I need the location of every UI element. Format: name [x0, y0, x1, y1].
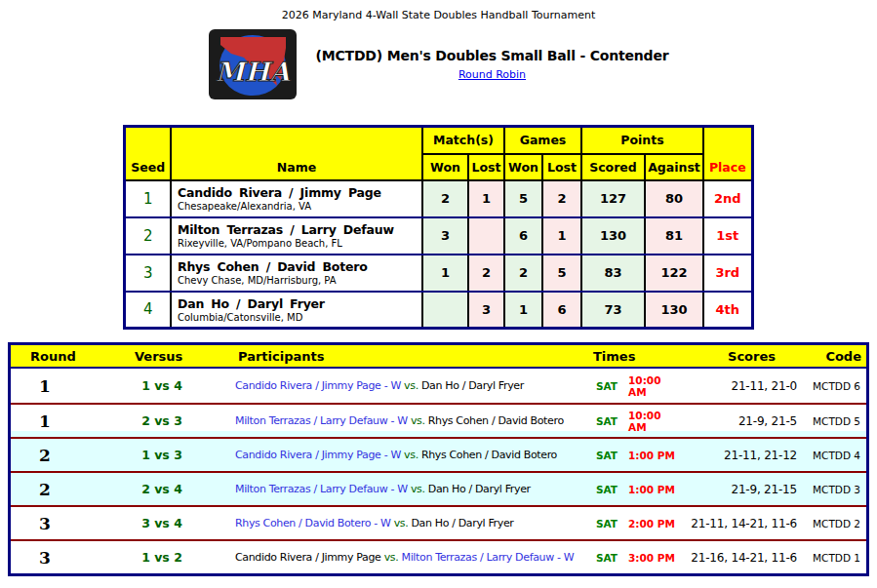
- team-cell: Milton Terrazas / Larry Defauw Rixeyvill…: [171, 217, 422, 255]
- team-cell: Rhys Cohen / David Botero Chevy Chase, M…: [171, 255, 422, 292]
- points-scored-value: 73: [581, 292, 645, 329]
- times-value: SAT2:00 PM: [586, 518, 679, 529]
- match-lost-value: 2: [468, 255, 504, 292]
- day-label: SAT: [596, 450, 618, 461]
- times-value: SAT3:00 PM: [586, 552, 679, 564]
- place-value: 1st: [703, 217, 752, 255]
- points-scored-value: 130: [581, 217, 645, 255]
- code-value: MCTDD 2: [801, 518, 866, 529]
- games-lost-value: 5: [542, 255, 581, 292]
- schedule-row: 1 2 vs 3 Milton Terrazas / Larry Defauw …: [11, 403, 866, 437]
- standings-header-seed: Seed: [125, 127, 171, 180]
- standings-header-games: Games: [504, 127, 581, 154]
- day-label: SAT: [596, 415, 618, 427]
- match-lost-value: 3: [468, 292, 504, 329]
- standings-header-games-lost: Lost: [542, 154, 581, 180]
- day-label: SAT: [596, 552, 618, 564]
- games-won-value: 2: [504, 255, 542, 292]
- versus-value: 1 vs 4: [79, 378, 225, 393]
- team2-name: Dan Ho / Daryl Fryer: [412, 517, 514, 529]
- standings-header-games-won: Won: [504, 154, 542, 180]
- mha-logo-icon: MHA: [209, 29, 297, 99]
- times-value: SAT1:00 PM: [586, 484, 679, 495]
- schedule-header-code: Code: [801, 349, 866, 364]
- code-value: MCTDD 3: [801, 484, 866, 495]
- points-against-value: 130: [645, 292, 703, 329]
- svg-text:MHA: MHA: [215, 57, 290, 87]
- team-location: Columbia/Catonsville, MD: [178, 312, 416, 323]
- vs-label: vs.: [411, 414, 425, 427]
- place-value: 2nd: [703, 180, 752, 217]
- match-won-value: 3: [422, 217, 468, 255]
- standings-header-match-lost: Lost: [468, 154, 504, 180]
- seed-value: 4: [125, 292, 171, 329]
- round-value: 1: [11, 376, 79, 396]
- standings-header-place: Place: [703, 127, 752, 180]
- standings-row: 4 Dan Ho / Daryl Fryer Columbia/Catonsvi…: [125, 292, 752, 329]
- points-scored-value: 83: [581, 255, 645, 292]
- games-won-value: 5: [504, 180, 542, 217]
- standings-row: 1 Candido Rivera / Jimmy Page Chesapeake…: [125, 180, 752, 217]
- schedule-table: Round Versus Participants Times Scores C…: [8, 342, 869, 576]
- standings-header-match-won: Won: [422, 154, 468, 180]
- vs-label: vs.: [411, 483, 425, 495]
- games-lost-value: 6: [542, 292, 581, 329]
- round-value: 1: [11, 412, 79, 431]
- times-value: SAT1:00 PM: [586, 450, 679, 461]
- standings-header-against: Against: [645, 154, 703, 180]
- versus-value: 1 vs 3: [79, 448, 225, 462]
- team-name: Rhys Cohen / David Botero: [178, 259, 416, 274]
- code-value: MCTDD 4: [801, 450, 866, 461]
- schedule-row: 3 3 vs 4 Rhys Cohen / David Botero - W v…: [11, 505, 866, 539]
- scores-value: 21-9, 21-15: [679, 483, 801, 496]
- seed-value: 2: [125, 217, 171, 255]
- participants-value: Candido Rivera / Jimmy Page - W vs. Dan …: [225, 379, 586, 392]
- points-scored-value: 127: [581, 180, 645, 217]
- points-against-value: 80: [645, 180, 703, 217]
- scores-value: 21-11, 21-12: [679, 449, 801, 462]
- team2-name: Dan Ho / Daryl Fryer: [428, 483, 531, 495]
- scores-value: 21-11, 21-0: [679, 379, 801, 393]
- time-label: 10:00 AM: [628, 410, 679, 433]
- vs-label: vs.: [384, 551, 399, 564]
- games-won-value: 6: [504, 217, 542, 255]
- round-value: 3: [11, 548, 79, 568]
- team2-name: Milton Terrazas / Larry Defauw - W: [402, 551, 575, 564]
- versus-value: 1 vs 2: [79, 550, 225, 565]
- team1-name: Candido Rivera / Jimmy Page: [235, 551, 381, 564]
- team-name: Milton Terrazas / Larry Defauw: [178, 222, 416, 237]
- place-value: 4th: [703, 292, 752, 329]
- time-label: 2:00 PM: [628, 518, 675, 529]
- team-cell: Candido Rivera / Jimmy Page Chesapeake/A…: [171, 180, 422, 217]
- team1-name: Candido Rivera / Jimmy Page - W: [235, 379, 401, 392]
- vs-label: vs.: [404, 449, 419, 461]
- day-label: SAT: [596, 518, 618, 529]
- points-against-value: 81: [645, 217, 703, 255]
- round-robin-link[interactable]: Round Robin: [458, 68, 526, 81]
- versus-value: 2 vs 3: [79, 413, 225, 428]
- standings-header-matches: Match(s): [422, 127, 504, 154]
- participants-value: Candido Rivera / Jimmy Page vs. Milton T…: [225, 551, 586, 564]
- team-location: Chesapeake/Alexandria, VA: [178, 201, 416, 212]
- team-cell: Dan Ho / Daryl Fryer Columbia/Catonsvill…: [171, 292, 422, 329]
- games-won-value: 1: [504, 292, 542, 329]
- day-label: SAT: [596, 380, 618, 392]
- scores-value: 21-16, 14-21, 11-6: [679, 551, 801, 565]
- standings-row: 3 Rhys Cohen / David Botero Chevy Chase,…: [125, 255, 752, 292]
- team2-name: Dan Ho / Daryl Fryer: [421, 379, 524, 392]
- code-value: MCTDD 6: [801, 380, 866, 392]
- versus-value: 3 vs 4: [79, 516, 225, 530]
- standings-table: Seed Name Match(s) Games Points Place Wo…: [123, 125, 753, 330]
- schedule-header-scores: Scores: [679, 349, 801, 364]
- round-value: 2: [11, 480, 79, 499]
- time-label: 10:00 AM: [628, 374, 679, 398]
- standings-header-scored: Scored: [581, 154, 645, 180]
- time-label: 1:00 PM: [628, 450, 675, 461]
- time-label: 3:00 PM: [628, 552, 675, 564]
- team2-name: Rhys Cohen / David Botero: [428, 414, 564, 427]
- schedule-row: 1 1 vs 4 Candido Rivera / Jimmy Page - W…: [11, 369, 866, 403]
- team1-name: Milton Terrazas / Larry Defauw - W: [235, 483, 408, 495]
- schedule-header-row: Round Versus Participants Times Scores C…: [11, 345, 866, 369]
- time-label: 1:00 PM: [628, 484, 675, 495]
- vs-label: vs.: [394, 517, 409, 529]
